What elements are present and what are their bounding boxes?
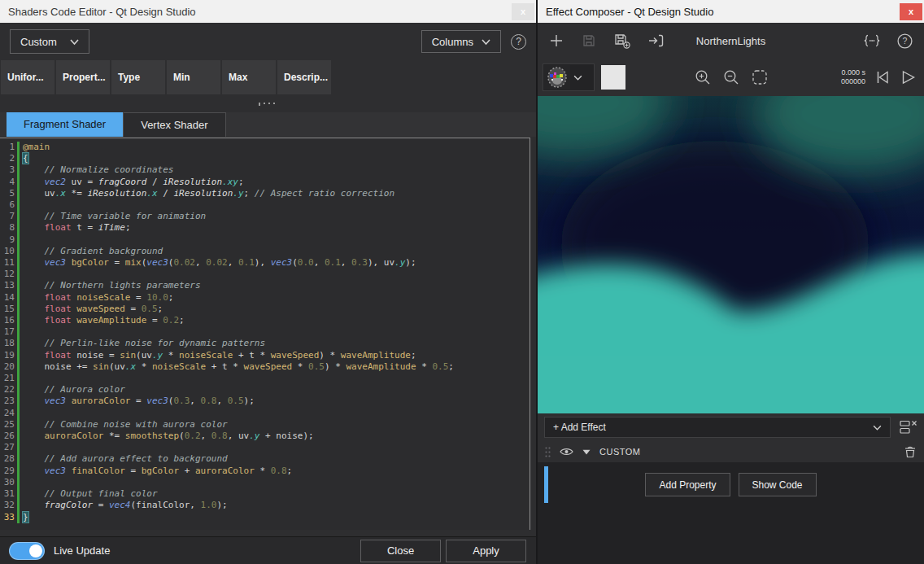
restart-animation-icon[interactable]	[874, 69, 891, 85]
code-line: float waveAmplitude = 0.2;	[23, 315, 454, 326]
line-number: 3	[0, 164, 15, 176]
zoom-fit-icon[interactable]	[752, 69, 768, 85]
preset-dropdown-value: Custom	[20, 36, 57, 48]
line-number: 31	[0, 488, 15, 500]
code-line: // Time variable for animation	[23, 211, 454, 222]
code-line: vec3 auroraColor = vec3(0.3, 0.8, 0.5);	[23, 396, 454, 407]
toggle-knob	[29, 544, 42, 557]
column-header-type[interactable]: Type	[111, 60, 165, 94]
visibility-eye-icon[interactable]	[560, 447, 573, 457]
tab-vertex-shader[interactable]: Vertex Shader	[123, 112, 225, 137]
code-line: vec3 bgColor = mix(vec3(0.02, 0.02, 0.1)…	[23, 257, 454, 269]
show-code-button[interactable]: Show Code	[739, 473, 817, 496]
chevron-down-icon	[573, 75, 582, 81]
code-line: auroraColor *= smoothstep(0.2, 0.8, uv.y…	[23, 431, 454, 442]
add-composition-icon[interactable]	[549, 33, 564, 48]
delete-effect-icon[interactable]	[904, 445, 917, 458]
shader-tabs: Fragment Shader Vertex Shader	[0, 112, 536, 137]
code-line: // Gradient background	[23, 246, 454, 257]
shaders-code-editor-window: Shaders Code Editor - Qt Design Studio x…	[0, 0, 536, 564]
line-number: 33	[0, 512, 15, 523]
code-line	[23, 408, 454, 419]
code-line: noise += sin(uv.x * noiseScale + t * wav…	[23, 361, 454, 373]
line-number: 10	[0, 246, 15, 257]
line-number: 22	[0, 384, 15, 396]
line-number: 21	[0, 373, 15, 384]
code-line: float waveSpeed = 0.5;	[23, 304, 454, 315]
code-line: float noise = sin(uv.y * noiseScale + t …	[23, 350, 454, 361]
column-header-property[interactable]: Propert...	[56, 60, 110, 94]
right-titlebar[interactable]: Effect Composer - Qt Design Studio x	[538, 0, 924, 23]
panel-splitter[interactable]	[0, 94, 536, 112]
background-color-swatch[interactable]	[601, 65, 625, 90]
line-number: 24	[0, 408, 15, 419]
assign-to-item-icon[interactable]	[648, 33, 665, 48]
code-line: // Combine noise with aurora color	[23, 419, 454, 431]
code-line	[23, 326, 454, 338]
effect-item-custom[interactable]: CUSTOM	[538, 441, 924, 462]
code-line	[23, 199, 454, 211]
line-number: 11	[0, 257, 15, 269]
expand-caret-icon[interactable]	[582, 449, 591, 455]
code-line: vec3 finalColor = bgColor + auroraColor …	[23, 466, 454, 477]
line-number: 26	[0, 431, 15, 442]
drag-handle-icon[interactable]	[545, 447, 551, 457]
code-line	[23, 373, 454, 384]
add-effect-label: + Add Effect	[553, 422, 606, 433]
tab-fragment-shader[interactable]: Fragment Shader	[7, 112, 123, 137]
line-number: 17	[0, 326, 15, 338]
column-header-min[interactable]: Min	[167, 60, 220, 94]
code-line: vec2 uv = fragCoord / iResolution.xy;	[23, 177, 454, 188]
code-line	[23, 442, 454, 453]
line-number: 25	[0, 419, 15, 431]
effect-composer-window: Effect Composer - Qt Design Studio x Nor…	[538, 0, 924, 564]
help-icon[interactable]: ?	[897, 33, 913, 49]
selection-accent-bar	[544, 466, 548, 503]
line-number: 15	[0, 304, 15, 315]
save-as-icon[interactable]	[614, 33, 630, 49]
line-number: 32	[0, 500, 15, 511]
code-editor[interactable]: 1234567891011121314151617181920212223242…	[0, 138, 530, 530]
composition-name: NorthernLights	[696, 35, 765, 47]
line-number: 30	[0, 477, 15, 488]
right-close-button[interactable]: x	[900, 3, 922, 20]
clear-all-effects-icon[interactable]	[900, 420, 917, 435]
help-icon[interactable]: ?	[511, 34, 526, 50]
column-header-description[interactable]: Descrip...	[277, 60, 331, 94]
zoom-in-icon[interactable]	[695, 69, 711, 85]
left-titlebar[interactable]: Shaders Code Editor - Qt Design Studio x	[0, 0, 536, 23]
left-close-button[interactable]: x	[512, 3, 534, 20]
uniform-table-header: Unifor... Propert... Type Min Max Descri…	[0, 60, 536, 94]
line-number: 7	[0, 211, 15, 222]
effect-item-label: CUSTOM	[599, 447, 640, 457]
preview-image-selector[interactable]	[543, 63, 595, 91]
close-button[interactable]: Close	[360, 540, 441, 562]
live-update-toggle[interactable]	[10, 543, 44, 559]
zoom-out-icon[interactable]	[723, 69, 739, 85]
code-view-icon[interactable]	[863, 34, 881, 47]
line-number: 9	[0, 234, 15, 246]
aurora-base	[538, 356, 924, 413]
save-icon[interactable]	[582, 33, 596, 48]
columns-dropdown[interactable]: Columns	[421, 30, 501, 53]
add-property-button[interactable]: Add Property	[645, 473, 730, 496]
preset-dropdown[interactable]: Custom	[10, 29, 89, 54]
line-number: 12	[0, 269, 15, 280]
preview-toolbar: 0.000 s 000000	[538, 59, 924, 96]
chevron-down-icon	[482, 39, 490, 45]
chevron-down-icon	[70, 39, 79, 45]
code-line: float noiseScale = 10.0;	[23, 292, 454, 304]
column-header-uniform[interactable]: Unifor...	[1, 60, 54, 94]
composer-toolbar: NorthernLights ?	[538, 23, 924, 59]
code-text[interactable]: @main{ // Normalize coordinates vec2 uv …	[23, 142, 454, 523]
line-number: 23	[0, 396, 15, 407]
play-animation-icon[interactable]	[901, 69, 916, 85]
line-number: 16	[0, 315, 15, 326]
add-effect-row: + Add Effect	[538, 413, 924, 441]
column-header-max[interactable]: Max	[222, 60, 276, 94]
apply-button[interactable]: Apply	[446, 540, 526, 562]
effect-preview-canvas[interactable]	[538, 96, 924, 413]
line-number: 13	[0, 280, 15, 291]
line-number: 29	[0, 466, 15, 477]
add-effect-dropdown[interactable]: + Add Effect	[544, 417, 891, 438]
